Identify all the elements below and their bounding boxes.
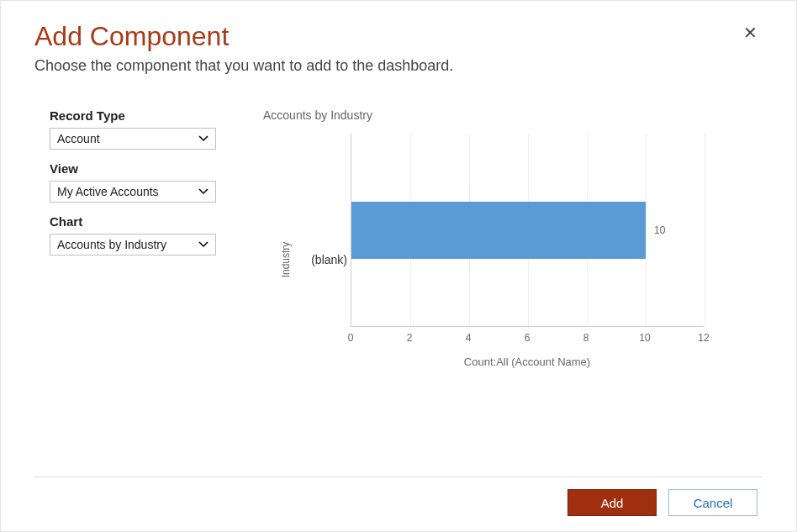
chart-bar xyxy=(351,202,646,259)
chevron-down-icon xyxy=(198,188,208,195)
chart-title: Accounts by Industry xyxy=(263,108,763,122)
chart-category-label: (blank) xyxy=(305,253,347,266)
dialog-title: Add Component xyxy=(34,21,453,52)
record-type-select[interactable]: Account xyxy=(50,128,216,150)
view-label: View xyxy=(50,161,230,176)
chart-label: Chart xyxy=(50,214,230,229)
chart-xtick: 6 xyxy=(525,332,530,344)
chart-field: Chart Accounts by Industry xyxy=(50,214,230,255)
chart-gridline xyxy=(705,134,705,326)
chart-xtick: 0 xyxy=(348,332,354,344)
chart-value: Accounts by Industry xyxy=(57,238,166,251)
add-component-dialog: Add Component Choose the component that … xyxy=(1,1,796,531)
cancel-button-label: Cancel xyxy=(694,496,733,510)
view-field: View My Active Accounts xyxy=(50,161,230,203)
chart-plot: 10 xyxy=(351,134,704,327)
close-icon: ✕ xyxy=(743,24,757,42)
add-button-label: Add xyxy=(601,496,624,510)
chart-xtick: 12 xyxy=(698,332,709,344)
record-type-value: Account xyxy=(57,132,100,145)
chart-xtick: 4 xyxy=(466,332,472,344)
chart-xlabel: Count:All (Account Name) xyxy=(351,356,704,368)
chart-xtick: 2 xyxy=(407,332,413,344)
title-block: Add Component Choose the component that … xyxy=(34,21,453,108)
dialog-content: Record Type Account View My Active Accou… xyxy=(34,108,763,477)
add-button[interactable]: Add xyxy=(567,489,657,516)
chart-xtick: 8 xyxy=(583,332,589,344)
view-select[interactable]: My Active Accounts xyxy=(50,181,216,203)
form-column: Record Type Account View My Active Accou… xyxy=(34,108,230,477)
record-type-label: Record Type xyxy=(50,108,230,123)
chart-bar-value-label: 10 xyxy=(654,224,665,236)
chart-preview: Accounts by Industry Industry (blank) 10… xyxy=(263,108,763,477)
close-button[interactable]: ✕ xyxy=(738,21,763,45)
chart-xtick: 10 xyxy=(639,332,650,344)
record-type-field: Record Type Account xyxy=(50,108,230,150)
chart-select[interactable]: Accounts by Industry xyxy=(50,234,216,255)
chart-ylabel: Industry xyxy=(280,242,292,278)
view-value: My Active Accounts xyxy=(57,185,159,198)
chart-bar-row: 10 xyxy=(351,202,665,259)
dialog-header: Add Component Choose the component that … xyxy=(34,21,763,108)
dialog-subtitle: Choose the component that you want to ad… xyxy=(34,57,453,75)
chart-area: Industry (blank) 10 Count:All (Account N… xyxy=(292,134,763,386)
chevron-down-icon xyxy=(198,241,208,248)
chevron-down-icon xyxy=(198,135,208,142)
cancel-button[interactable]: Cancel xyxy=(668,489,757,516)
dialog-footer: Add Cancel xyxy=(34,477,763,516)
